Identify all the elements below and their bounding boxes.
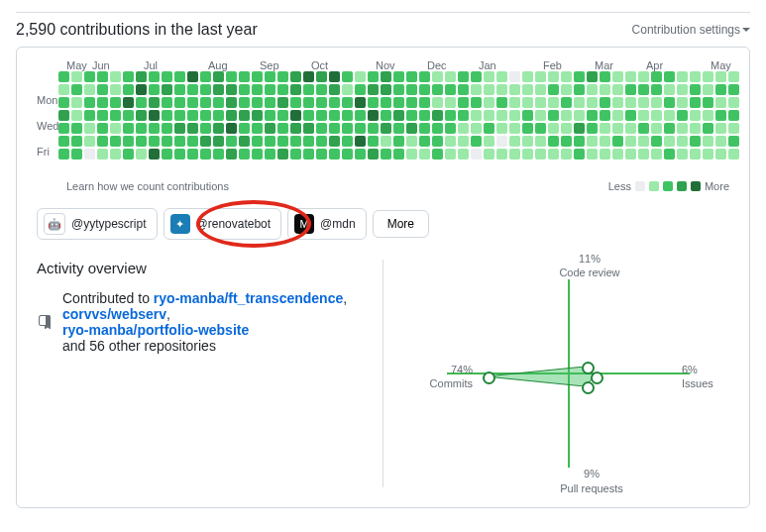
contrib-cell[interactable] [574, 136, 585, 147]
contrib-cell[interactable] [252, 84, 263, 95]
contrib-cell[interactable] [690, 123, 701, 134]
contrib-cell[interactable] [535, 84, 546, 95]
contrib-cell[interactable] [58, 123, 69, 134]
contrib-cell[interactable] [715, 123, 726, 134]
contrib-cell[interactable] [406, 110, 417, 121]
contrib-cell[interactable] [548, 149, 559, 160]
contrib-cell[interactable] [265, 123, 275, 134]
contrib-cell[interactable] [329, 123, 340, 134]
contrib-cell[interactable] [548, 97, 559, 108]
contrib-cell[interactable] [496, 97, 507, 108]
contrib-cell[interactable] [149, 110, 160, 121]
contrib-cell[interactable] [265, 71, 275, 82]
contrib-cell[interactable] [213, 123, 224, 134]
contrib-cell[interactable] [342, 136, 353, 147]
contrib-cell[interactable] [677, 110, 688, 121]
contrib-cell[interactable] [496, 71, 507, 82]
contrib-cell[interactable] [445, 84, 456, 95]
contrib-cell[interactable] [381, 110, 391, 121]
contrib-cell[interactable] [265, 149, 275, 160]
contrib-cell[interactable] [162, 71, 172, 82]
contrib-cell[interactable] [715, 110, 726, 121]
contrib-cell[interactable] [213, 110, 224, 121]
contrib-cell[interactable] [484, 136, 494, 147]
contrib-cell[interactable] [239, 84, 250, 95]
contrib-cell[interactable] [625, 110, 636, 121]
contrib-cell[interactable] [277, 123, 288, 134]
contrib-cell[interactable] [419, 84, 430, 95]
contrib-cell[interactable] [342, 149, 353, 160]
contrib-cell[interactable] [715, 97, 726, 108]
contrib-cell[interactable] [252, 136, 263, 147]
contrib-cell[interactable] [612, 71, 623, 82]
contrib-cell[interactable] [625, 123, 636, 134]
contrib-cell[interactable] [393, 110, 404, 121]
contrib-cell[interactable] [136, 136, 147, 147]
contrib-cell[interactable] [84, 123, 95, 134]
contrib-cell[interactable] [625, 71, 636, 82]
contrib-cell[interactable] [561, 123, 572, 134]
contrib-cell[interactable] [638, 136, 649, 147]
contrib-cell[interactable] [355, 123, 366, 134]
contrib-cell[interactable] [484, 110, 494, 121]
contrib-cell[interactable] [574, 97, 585, 108]
contrib-cell[interactable] [200, 97, 211, 108]
contrib-cell[interactable] [342, 97, 353, 108]
contrib-cell[interactable] [303, 110, 314, 121]
contrib-cell[interactable] [342, 110, 353, 121]
contrib-cell[interactable] [471, 71, 482, 82]
contrib-cell[interactable] [200, 123, 211, 134]
contrib-cell[interactable] [677, 149, 688, 160]
contrib-cell[interactable] [174, 84, 185, 95]
contrib-cell[interactable] [535, 123, 546, 134]
contrib-cell[interactable] [600, 123, 610, 134]
contrib-cell[interactable] [406, 84, 417, 95]
contrib-cell[interactable] [355, 71, 366, 82]
contrib-cell[interactable] [509, 149, 520, 160]
contrib-cell[interactable] [239, 149, 250, 160]
contrib-cell[interactable] [612, 84, 623, 95]
contrib-cell[interactable] [393, 136, 404, 147]
contrib-cell[interactable] [303, 123, 314, 134]
contrib-cell[interactable] [252, 110, 263, 121]
contrib-cell[interactable] [638, 84, 649, 95]
contrib-cell[interactable] [290, 136, 301, 147]
contrib-cell[interactable] [303, 136, 314, 147]
contrib-cell[interactable] [123, 97, 134, 108]
contrib-cell[interactable] [561, 110, 572, 121]
contrib-cell[interactable] [265, 136, 275, 147]
contrib-cell[interactable] [612, 136, 623, 147]
contrib-cell[interactable] [509, 110, 520, 121]
contrib-cell[interactable] [329, 110, 340, 121]
contrib-cell[interactable] [290, 71, 301, 82]
contrib-cell[interactable] [252, 97, 263, 108]
contrib-cell[interactable] [651, 149, 662, 160]
contrib-cell[interactable] [522, 149, 533, 160]
contrib-cell[interactable] [162, 149, 172, 160]
contrib-cell[interactable] [458, 84, 469, 95]
contrib-cell[interactable] [368, 136, 379, 147]
contrib-cell[interactable] [97, 71, 108, 82]
contrib-cell[interactable] [728, 149, 739, 160]
contrib-cell[interactable] [471, 136, 482, 147]
contrib-cell[interactable] [509, 97, 520, 108]
contrib-cell[interactable] [432, 123, 443, 134]
contrib-cell[interactable] [71, 97, 82, 108]
contrib-cell[interactable] [136, 110, 147, 121]
contrib-cell[interactable] [574, 110, 585, 121]
learn-link[interactable]: Learn how we count contributions [66, 180, 229, 192]
contrib-cell[interactable] [509, 123, 520, 134]
contrib-cell[interactable] [213, 97, 224, 108]
contrib-cell[interactable] [316, 71, 327, 82]
contrib-cell[interactable] [496, 136, 507, 147]
contrib-cell[interactable] [432, 71, 443, 82]
contrib-cell[interactable] [406, 149, 417, 160]
contrib-cell[interactable] [200, 110, 211, 121]
contrib-cell[interactable] [587, 110, 598, 121]
contrib-cell[interactable] [703, 84, 713, 95]
contrib-cell[interactable] [213, 71, 224, 82]
contrib-cell[interactable] [419, 123, 430, 134]
contrib-cell[interactable] [612, 110, 623, 121]
contrib-cell[interactable] [445, 97, 456, 108]
contrib-cell[interactable] [71, 84, 82, 95]
